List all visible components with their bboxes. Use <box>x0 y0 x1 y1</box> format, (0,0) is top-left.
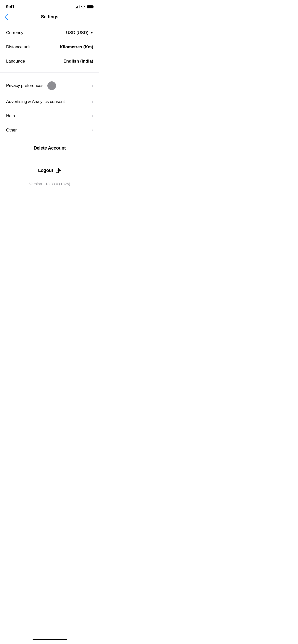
settings-section-top: Currency USD (USD) ▼ Distance unit Kilom… <box>0 24 99 70</box>
other-row[interactable]: Other › <box>0 123 99 137</box>
advertising-analytics-row[interactable]: Advertising & Analytics consent › <box>0 95 99 109</box>
logout-section: Logout <box>0 161 99 180</box>
other-chevron: › <box>92 128 93 133</box>
help-row[interactable]: Help › <box>0 109 99 123</box>
delete-account-section: Delete Account <box>0 139 99 157</box>
logout-icon <box>55 167 61 173</box>
version-section: Version - 13.33.0 (1825) <box>0 180 99 192</box>
nav-header: Settings <box>0 12 99 24</box>
privacy-toggle-dot <box>47 81 56 90</box>
distance-unit-value: Kilometres (Km) <box>60 45 93 50</box>
battery-icon <box>87 5 93 8</box>
status-time: 9:41 <box>6 4 15 9</box>
distance-unit-value-group: Kilometres (Km) <box>60 45 93 50</box>
wifi-icon <box>81 5 85 9</box>
distance-unit-row[interactable]: Distance unit Kilometres (Km) <box>0 40 99 54</box>
advertising-analytics-label: Advertising & Analytics consent <box>6 99 65 104</box>
delete-account-button[interactable]: Delete Account <box>34 145 66 151</box>
page-title: Settings <box>41 14 59 20</box>
logout-button[interactable]: Logout <box>38 168 53 173</box>
status-bar: 9:41 <box>0 0 99 12</box>
privacy-preferences-row[interactable]: Privacy preferences › <box>0 77 99 95</box>
currency-dropdown-icon: ▼ <box>90 31 93 34</box>
other-label: Other <box>6 128 17 133</box>
settings-section-menu: Privacy preferences › Advertising & Anal… <box>0 75 99 139</box>
privacy-preferences-chevron: › <box>92 83 93 88</box>
help-chevron: › <box>92 114 93 118</box>
currency-value: USD (USD) <box>66 30 88 35</box>
section-divider-2 <box>0 159 99 159</box>
language-value-group: English (India) <box>63 59 93 64</box>
advertising-analytics-chevron: › <box>92 99 93 104</box>
help-label: Help <box>6 113 15 119</box>
distance-unit-label: Distance unit <box>6 45 31 50</box>
language-row[interactable]: Language English (India) <box>0 54 99 68</box>
currency-row[interactable]: Currency USD (USD) ▼ <box>0 26 99 40</box>
language-label: Language <box>6 59 25 64</box>
privacy-preferences-label: Privacy preferences <box>6 83 43 88</box>
version-label: Version - 13.33.0 (1825) <box>29 182 70 186</box>
back-button[interactable] <box>5 14 8 20</box>
language-value: English (India) <box>63 59 93 64</box>
currency-label: Currency <box>6 30 23 35</box>
section-divider-1 <box>0 72 99 73</box>
status-icons <box>75 5 93 9</box>
currency-value-group: USD (USD) ▼ <box>66 30 93 35</box>
signal-icon <box>75 5 79 8</box>
